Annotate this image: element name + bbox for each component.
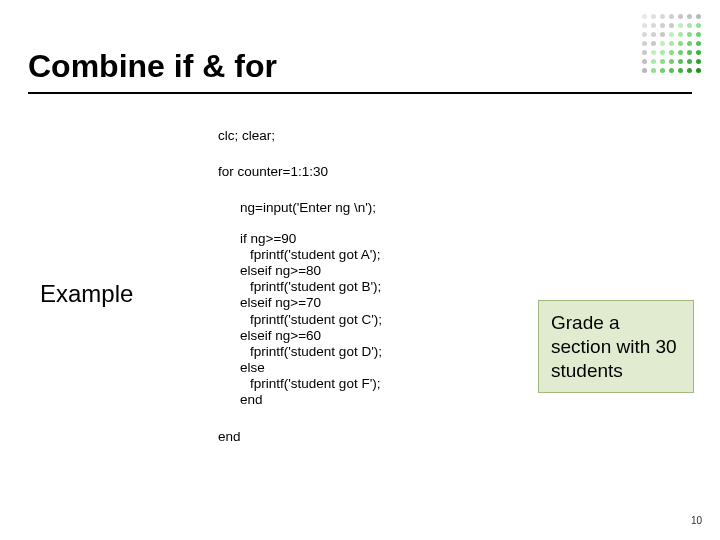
dot-icon (678, 50, 683, 55)
dot-icon (660, 41, 665, 46)
dot-icon (642, 41, 647, 46)
dot-icon (669, 41, 674, 46)
dot-icon (696, 50, 701, 55)
dot-icon (660, 50, 665, 55)
code-line: fprintf('student got C'); (250, 312, 382, 328)
dot-icon (678, 14, 683, 19)
page-number: 10 (691, 515, 702, 526)
dot-icon (642, 14, 647, 19)
title-underline (28, 92, 692, 94)
dot-icon (678, 41, 683, 46)
dot-icon (696, 59, 701, 64)
dot-icon (660, 23, 665, 28)
dot-icon (687, 32, 692, 37)
dot-icon (651, 68, 656, 73)
dot-icon (696, 68, 701, 73)
dot-icon (669, 32, 674, 37)
code-line: fprintf('student got A'); (250, 247, 382, 263)
code-line: elseif ng>=70 (240, 295, 382, 311)
slide-title: Combine if & for (28, 48, 277, 85)
code-line: fprintf('student got D'); (250, 344, 382, 360)
dot-icon (642, 50, 647, 55)
dot-icon (642, 68, 647, 73)
dot-icon (696, 41, 701, 46)
dot-icon (660, 32, 665, 37)
dot-icon (687, 68, 692, 73)
dot-icon (669, 59, 674, 64)
code-line: end (218, 429, 382, 445)
dot-icon (687, 41, 692, 46)
dot-icon (687, 23, 692, 28)
decorative-dot-grid (642, 14, 702, 74)
dot-icon (696, 32, 701, 37)
code-line: end (240, 392, 382, 408)
code-line: if ng>=90 (240, 231, 382, 247)
dot-icon (687, 50, 692, 55)
dot-icon (678, 23, 683, 28)
dot-icon (696, 23, 701, 28)
dot-icon (651, 50, 656, 55)
dot-icon (669, 68, 674, 73)
callout-box: Grade a section with 30 students (538, 300, 694, 393)
dot-icon (669, 23, 674, 28)
dot-icon (678, 68, 683, 73)
dot-icon (687, 14, 692, 19)
dot-icon (669, 14, 674, 19)
dot-icon (642, 59, 647, 64)
dot-icon (651, 32, 656, 37)
example-label: Example (40, 280, 133, 308)
dot-icon (642, 23, 647, 28)
code-line: elseif ng>=80 (240, 263, 382, 279)
code-line: clc; clear; (218, 128, 382, 144)
dot-icon (678, 32, 683, 37)
dot-icon (687, 59, 692, 64)
code-line: for counter=1:1:30 (218, 164, 382, 180)
dot-icon (678, 59, 683, 64)
code-block: clc; clear; for counter=1:1:30 ng=input(… (218, 128, 382, 445)
dot-icon (642, 32, 647, 37)
code-line: elseif ng>=60 (240, 328, 382, 344)
dot-icon (669, 50, 674, 55)
dot-icon (651, 23, 656, 28)
dot-icon (660, 68, 665, 73)
code-line: else (240, 360, 382, 376)
code-line: fprintf('student got F'); (250, 376, 382, 392)
dot-icon (651, 14, 656, 19)
dot-icon (696, 14, 701, 19)
dot-icon (660, 59, 665, 64)
code-line: fprintf('student got B'); (250, 279, 382, 295)
dot-icon (651, 41, 656, 46)
slide: Combine if & for Example clc; clear; for… (0, 0, 720, 540)
dot-icon (651, 59, 656, 64)
dot-icon (660, 14, 665, 19)
code-line: ng=input('Enter ng \n'); (240, 200, 382, 216)
